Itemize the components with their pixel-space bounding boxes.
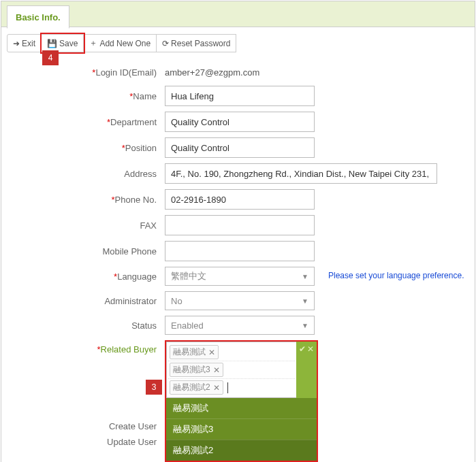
label-create-user: Create User [109,421,157,431]
text-cursor [227,382,228,393]
add-new-one-button[interactable]: ＋ Add New One [84,34,157,52]
close-icon[interactable]: ✕ [208,348,215,357]
form: *Login ID(Email) amber+27@ezgpm.com *Nam… [1,59,475,462]
row-name: *Name [1,83,475,109]
toolbar: ➜ Exit 💾 Save ＋ Add New One ⟳ Reset Pass… [1,27,475,59]
save-icon: 💾 [47,39,57,48]
label-login-id: Login ID(Email) [95,67,157,78]
related-buyer-dropdown: 融易測試 融易測試3 融易測試2 [166,398,317,461]
confirm-icon[interactable]: ✔ [299,344,306,354]
label-status: Status [131,320,157,331]
row-address: Address [1,161,475,186]
chevron-down-icon: ▼ [302,322,308,329]
label-related-buyer: Related Buyer [101,344,157,354]
chevron-down-icon: ▼ [302,273,308,280]
callout-4: 4 [42,50,59,65]
row-admin: Administrator No ▼ [1,288,475,313]
dropdown-option[interactable]: 融易測試3 [166,418,317,440]
value-login-id: amber+27@ezgpm.com [165,65,475,80]
dropdown-option[interactable]: 融易測試2 [166,440,317,461]
chevron-down-icon: ▼ [302,297,308,305]
position-input[interactable] [165,137,315,158]
admin-value: No [171,296,183,306]
tag-label: 融易測試 [173,346,206,358]
label-position: Position [125,143,157,153]
row-login-id: *Login ID(Email) amber+27@ezgpm.com [1,62,475,83]
label-update-user: Update User [107,437,157,447]
label-fax: FAX [140,220,157,231]
refresh-icon: ⟳ [162,39,169,48]
fax-input[interactable] [165,215,315,235]
row-phone: *Phone No. [1,186,475,212]
label-mobile: Mobile Phone [103,246,157,257]
exit-button[interactable]: ➜ Exit [7,34,42,52]
row-mobile: Mobile Phone [1,238,475,264]
tab-bar: Basic Info. [1,1,475,27]
close-icon[interactable]: ✕ [213,383,220,393]
admin-select[interactable]: No ▼ [165,291,315,310]
cancel-icon[interactable]: ✕ [307,344,314,354]
label-language: Language [117,271,157,282]
language-hint: Please set your language preference. [328,271,464,280]
label-address: Address [124,169,157,179]
row-position: *Position [1,135,475,161]
label-department: Department [110,117,157,127]
add-label: Add New One [99,39,150,48]
related-buyer-widget: 3 融易測試 ✕ 融易測試3 [165,340,318,462]
mobile-input[interactable] [165,241,315,261]
tag-item[interactable]: 融易測試3 ✕ [170,363,223,377]
tag-item[interactable]: 融易測試 ✕ [170,345,219,359]
label-admin: Administrator [104,296,157,306]
language-value: 繁體中文 [171,270,206,282]
status-select[interactable]: Enabled ▼ [165,316,315,335]
row-language: *Language 繁體中文 ▼ Please set your languag… [1,264,475,288]
exit-icon: ➜ [13,39,20,48]
name-input[interactable] [165,86,315,106]
exit-label: Exit [22,39,35,48]
reset-label: Reset Password [171,39,230,48]
label-phone: Phone No. [115,195,157,205]
save-button[interactable]: 💾 Save [42,34,84,52]
close-icon[interactable]: ✕ [213,365,220,375]
tag-label: 融易測試2 [173,382,210,393]
dropdown-option[interactable]: 融易測試 [166,398,317,418]
row-department: *Department [1,109,475,135]
plus-icon: ＋ [89,37,97,49]
tag-label: 融易測試3 [173,364,210,376]
address-input[interactable] [165,163,437,184]
reset-password-button[interactable]: ⟳ Reset Password [157,34,236,52]
callout-3: 3 [146,380,162,395]
row-status: Status Enabled ▼ [1,313,475,337]
label-name: Name [133,91,157,101]
department-input[interactable] [165,112,315,132]
related-buyer-tags[interactable]: 融易測試 ✕ 融易測試3 ✕ [166,342,296,398]
phone-input[interactable] [165,189,315,210]
related-buyer-actions: ✔ ✕ [296,342,317,398]
status-value: Enabled [171,320,204,331]
tab-basic-info[interactable]: Basic Info. [7,5,69,29]
tag-item[interactable]: 融易測試2 ✕ [170,380,223,395]
save-label: Save [59,39,78,48]
language-select[interactable]: 繁體中文 ▼ [165,267,315,286]
row-fax: FAX [1,212,475,238]
